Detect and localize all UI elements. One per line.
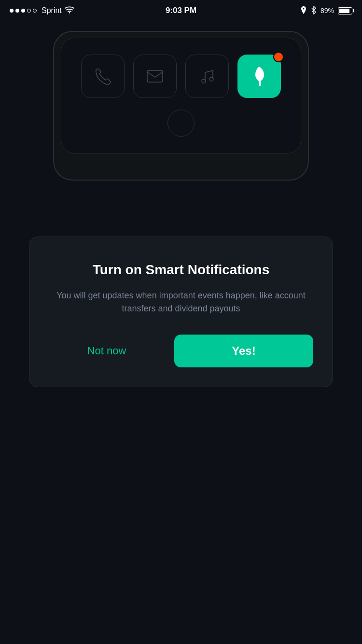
time-display: 9:03 PM bbox=[166, 6, 196, 15]
svg-rect-1 bbox=[147, 70, 163, 82]
signal-dot-2 bbox=[15, 9, 19, 13]
carrier-label: Sprint bbox=[42, 6, 62, 15]
battery-bar bbox=[338, 7, 352, 14]
phone-illustration bbox=[0, 21, 362, 181]
signal-dot-1 bbox=[10, 9, 14, 13]
notification-badge bbox=[273, 52, 284, 62]
status-left: Sprint bbox=[10, 6, 74, 15]
phone-home-button bbox=[167, 110, 195, 137]
phone-icons-row bbox=[81, 55, 281, 98]
signal-dot-5 bbox=[33, 9, 37, 13]
robinhood-app-icon bbox=[237, 55, 281, 98]
phone-inner bbox=[61, 38, 301, 154]
svg-point-0 bbox=[69, 12, 70, 13]
status-bar: Sprint 9:03 PM 89% bbox=[0, 0, 362, 21]
dialog-buttons: Not now Yes! bbox=[49, 335, 313, 367]
battery-percent: 89% bbox=[320, 7, 334, 14]
music-app-icon bbox=[185, 55, 229, 98]
not-now-button[interactable]: Not now bbox=[49, 335, 165, 367]
mail-icon bbox=[144, 66, 166, 87]
notification-dialog: Turn on Smart Notifications You will get… bbox=[29, 237, 333, 387]
phone-frame bbox=[53, 31, 309, 181]
signal-dots bbox=[10, 9, 37, 13]
mail-app-icon bbox=[133, 55, 177, 98]
signal-dot-4 bbox=[27, 9, 31, 13]
status-right: 89% bbox=[300, 6, 352, 16]
dialog-description: You will get updates when important even… bbox=[49, 289, 313, 315]
signal-dot-3 bbox=[21, 9, 25, 13]
bluetooth-icon bbox=[311, 6, 317, 16]
battery-fill bbox=[339, 9, 349, 13]
phone-app-icon bbox=[81, 55, 125, 98]
wifi-icon bbox=[65, 6, 74, 15]
dialog-title: Turn on Smart Notifications bbox=[93, 261, 270, 279]
yes-button[interactable]: Yes! bbox=[174, 335, 313, 367]
location-icon bbox=[300, 6, 307, 15]
robinhood-feather-icon bbox=[247, 64, 271, 88]
music-icon bbox=[196, 66, 218, 87]
phone-icon bbox=[92, 66, 113, 87]
